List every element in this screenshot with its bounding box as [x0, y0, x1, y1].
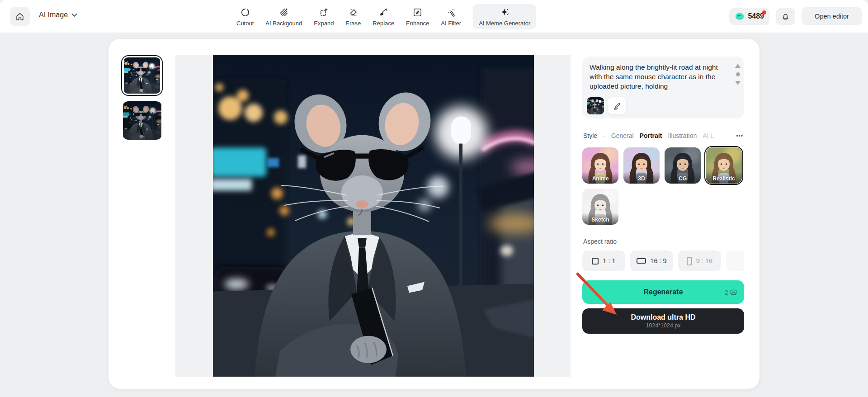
- app-menu-label: AI Image: [39, 11, 68, 19]
- credits-count: 5489: [748, 12, 764, 20]
- aspect-ratio-label: Aspect ratio: [583, 238, 617, 245]
- style-option-label: Realistic: [706, 172, 742, 184]
- tool-label: Enhance: [406, 20, 429, 27]
- tool-ai-background[interactable]: AI Backgound: [259, 4, 308, 29]
- tool-label: Cutout: [236, 20, 254, 27]
- top-bar: AI Image Cutout AI Backgound Expand: [0, 0, 868, 33]
- open-editor-button[interactable]: Open editor: [802, 7, 862, 25]
- scroll-down-icon[interactable]: [735, 81, 741, 85]
- style-option-3d[interactable]: 3D: [623, 147, 660, 184]
- regenerate-button[interactable]: Regenerate 2: [582, 280, 744, 304]
- history-thumbnail-2[interactable]: [123, 101, 162, 140]
- cutout-icon: [240, 7, 250, 18]
- download-resolution: 1024*1024 px: [646, 322, 680, 329]
- chevron-down-icon: [71, 13, 77, 17]
- aspect-ratio-options: 1 : 1 16 : 9 9 : 16: [582, 250, 744, 272]
- tools-toolbar: Cutout AI Backgound Expand Erase Replace: [231, 4, 536, 30]
- notification-dot: [762, 10, 766, 14]
- style-separator: ·: [603, 132, 605, 139]
- prompt-box[interactable]: Walking along the brightly-lit road at n…: [582, 57, 744, 118]
- ratio-label: 9 : 16: [696, 257, 712, 265]
- ratio-label: 1 : 1: [603, 257, 615, 265]
- enhance-icon: [412, 7, 423, 18]
- portrait-ratio-icon: [687, 257, 692, 265]
- style-label: Style: [583, 132, 597, 139]
- workspace-card: Walking along the brightly-lit road at n…: [108, 39, 760, 389]
- regenerate-label: Regenerate: [643, 288, 683, 296]
- replace-icon: [378, 7, 389, 18]
- style-tab-general[interactable]: General: [611, 132, 634, 139]
- tool-label: AI Backgound: [265, 20, 302, 27]
- credits-badge[interactable]: 5489: [729, 8, 769, 25]
- tool-label: AI Meme Generator: [479, 20, 530, 27]
- erase-icon: [348, 7, 359, 18]
- tool-expand[interactable]: Expand: [308, 4, 340, 29]
- prompt-attachments: [587, 97, 626, 114]
- ratio-clipped-button[interactable]: [726, 250, 744, 271]
- tool-label: Erase: [345, 20, 361, 27]
- style-option-sketch[interactable]: Sketch: [582, 189, 618, 225]
- tool-label: Expand: [314, 20, 334, 27]
- prompt-scrollbar[interactable]: [735, 64, 741, 85]
- ratio-1-1-button[interactable]: 1 : 1: [582, 250, 625, 271]
- ratio-label: 16 : 9: [650, 257, 666, 265]
- expand-icon: [319, 7, 329, 18]
- tool-enhance[interactable]: Enhance: [400, 4, 435, 29]
- style-tab-illustration[interactable]: Illustration: [668, 132, 697, 139]
- home-button[interactable]: [10, 7, 30, 26]
- tool-ai-filter[interactable]: AI Filter: [435, 4, 467, 29]
- sparkle-icon: [500, 7, 510, 18]
- pen-icon: [613, 102, 621, 110]
- style-tabs: Style · General Portrait Illustration AI…: [583, 132, 743, 139]
- regenerate-cost-value: 2: [725, 288, 728, 296]
- style-option-label: Sketch: [582, 213, 618, 225]
- ai-filter-icon: [446, 7, 456, 18]
- reference-image-thumbnail[interactable]: [587, 97, 604, 114]
- app-menu-dropdown[interactable]: AI Image: [39, 11, 77, 19]
- tool-erase[interactable]: Erase: [340, 4, 367, 29]
- scroll-thumb[interactable]: [736, 72, 740, 76]
- tool-replace[interactable]: Replace: [367, 4, 400, 29]
- scroll-up-icon[interactable]: [735, 64, 741, 68]
- tool-label: Replace: [373, 20, 394, 27]
- style-tab-portrait[interactable]: Portrait: [640, 132, 662, 139]
- prompt-text[interactable]: Walking along the brightly-lit road at n…: [590, 62, 731, 91]
- toolbar-divider: [470, 10, 470, 23]
- style-options-grid: Anime 3D CG Realistic Sketch: [582, 147, 744, 225]
- generated-image[interactable]: [213, 55, 534, 377]
- notifications-button[interactable]: [776, 8, 795, 25]
- ai-background-icon: [278, 7, 289, 18]
- bell-icon: [781, 12, 790, 21]
- square-ratio-icon: [592, 258, 599, 265]
- style-option-label: Anime: [582, 172, 618, 184]
- style-option-label: 3D: [623, 172, 660, 184]
- history-thumbnail-1[interactable]: [121, 55, 163, 96]
- style-option-realistic[interactable]: Realistic: [706, 147, 742, 184]
- landscape-ratio-icon: [637, 258, 646, 264]
- regenerate-cost: 2: [725, 280, 737, 304]
- download-ultra-hd-button[interactable]: Download ultra HD 1024*1024 px: [582, 308, 744, 334]
- more-styles-icon[interactable]: •••: [736, 132, 743, 139]
- home-icon: [15, 12, 25, 22]
- style-option-label: CG: [665, 172, 701, 184]
- style-tab-clipped[interactable]: AI L: [703, 132, 714, 139]
- open-editor-label: Open editor: [815, 13, 849, 20]
- tool-ai-meme-generator[interactable]: AI Meme Generator: [473, 4, 536, 29]
- style-option-anime[interactable]: Anime: [582, 147, 618, 184]
- download-title: Download ultra HD: [631, 313, 695, 321]
- header-right-cluster: 5489 Open editor: [729, 7, 862, 25]
- image-count-icon: [730, 288, 737, 296]
- settings-panel: Walking along the brightly-lit road at n…: [582, 39, 744, 389]
- tool-cutout[interactable]: Cutout: [231, 4, 259, 29]
- coin-icon: [735, 12, 745, 20]
- ratio-16-9-button[interactable]: 16 : 9: [630, 250, 673, 271]
- style-option-cg[interactable]: CG: [665, 147, 701, 184]
- edit-prompt-button[interactable]: [608, 97, 626, 114]
- ratio-9-16-button[interactable]: 9 : 16: [678, 250, 721, 271]
- tool-label: AI Filter: [441, 20, 461, 27]
